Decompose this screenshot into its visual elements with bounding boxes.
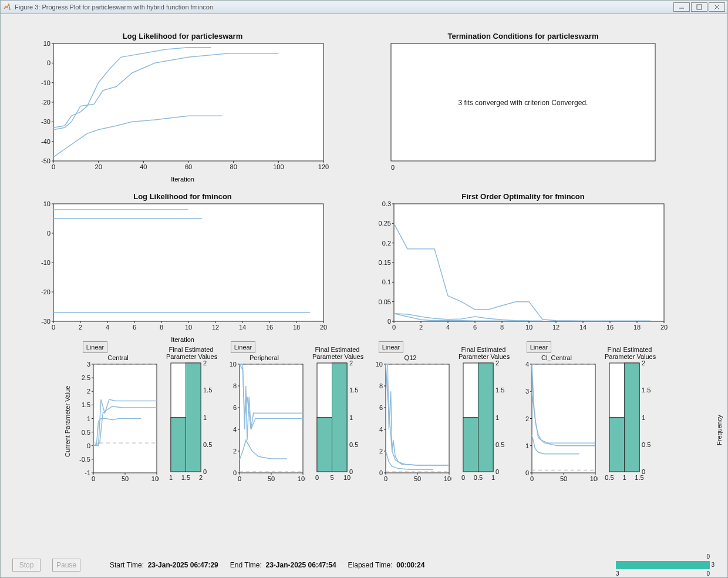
svg-text:-20: -20: [41, 288, 50, 295]
svg-text:1.5: 1.5: [181, 474, 190, 481]
svg-text:-30: -30: [41, 118, 50, 125]
svg-text:0: 0: [461, 474, 465, 481]
stop-button[interactable]: Stop: [12, 559, 41, 572]
svg-text:6: 6: [379, 404, 383, 411]
svg-text:1.5: 1.5: [642, 387, 651, 394]
svg-text:80: 80: [230, 163, 237, 170]
svg-text:0.1: 0.1: [382, 278, 391, 285]
svg-text:0: 0: [233, 469, 237, 476]
panel-central-title: Central: [77, 354, 159, 361]
svg-text:8: 8: [160, 324, 163, 331]
chart-first-order-optimality: 00.050.10.150.20.250.302468101214161820: [365, 201, 682, 336]
svg-text:0.5: 0.5: [605, 474, 614, 481]
svg-text:0: 0: [238, 475, 241, 482]
svg-text:40: 40: [140, 163, 147, 170]
svg-rect-67: [394, 204, 664, 321]
svg-text:18: 18: [293, 324, 300, 331]
titlebar[interactable]: Figure 3: Progress Plot for particleswar…: [0, 0, 728, 14]
elapsed-label: Elapsed Time:: [348, 561, 393, 569]
svg-text:1: 1: [525, 442, 529, 449]
chart-param-cl: 01234050100: [515, 361, 598, 485]
svg-text:12: 12: [212, 324, 219, 331]
svg-text:6: 6: [133, 324, 136, 331]
chart2-title: Termination Conditions for particleswarm: [365, 32, 682, 41]
svg-text:0: 0: [392, 324, 396, 331]
progress-bar: 0 3 3 0: [616, 561, 710, 569]
linear-button-cl[interactable]: Linear: [527, 341, 551, 353]
chart-param-q12: 0246810050100: [369, 361, 451, 485]
svg-rect-4: [53, 43, 323, 161]
svg-text:100: 100: [444, 475, 451, 482]
termination-text: 3 fits converged with criterion Converge…: [459, 99, 588, 107]
svg-text:0: 0: [530, 475, 534, 482]
hist-q12-title: Final Estimated Parameter Values: [459, 346, 508, 360]
svg-rect-206: [463, 418, 478, 472]
svg-text:0: 0: [315, 474, 319, 481]
chart3-title: Log Likelihood for fmincon: [24, 192, 341, 201]
svg-text:0: 0: [379, 469, 383, 476]
svg-rect-34: [53, 204, 323, 321]
chart-param-peripheral: 0246810050100: [223, 361, 305, 485]
svg-text:2: 2: [419, 324, 423, 331]
svg-text:120: 120: [318, 163, 329, 170]
close-button[interactable]: [709, 2, 725, 12]
svg-text:50: 50: [414, 475, 421, 482]
svg-text:4: 4: [446, 324, 450, 331]
svg-text:0: 0: [387, 318, 391, 325]
maximize-button[interactable]: [691, 2, 707, 12]
chart-param-central: -1-0.500.511.522.53050100: [77, 361, 159, 485]
panel-cl-title: Cl_Central: [515, 354, 598, 361]
svg-text:1: 1: [203, 414, 207, 421]
svg-text:2: 2: [79, 324, 82, 331]
svg-text:0: 0: [496, 468, 499, 475]
svg-text:8: 8: [233, 382, 237, 389]
svg-text:2: 2: [203, 360, 207, 367]
svg-rect-143: [186, 363, 201, 472]
hist-central-title: Final Estimated Parameter Values: [166, 346, 216, 360]
pause-button[interactable]: Pause: [52, 559, 80, 572]
svg-text:10: 10: [43, 41, 50, 47]
svg-text:50: 50: [560, 475, 567, 482]
svg-text:4: 4: [106, 324, 109, 331]
chart-hist-peripheral: 00.511.520510: [312, 360, 362, 483]
svg-text:10: 10: [185, 324, 192, 331]
linear-button-peripheral[interactable]: Linear: [231, 341, 255, 353]
svg-text:16: 16: [606, 324, 614, 331]
pb-btm-r: 0: [706, 570, 710, 577]
svg-text:2: 2: [233, 448, 237, 455]
svg-text:1.5: 1.5: [203, 387, 212, 394]
svg-text:60: 60: [185, 163, 192, 170]
svg-text:12: 12: [552, 324, 560, 331]
svg-text:10: 10: [230, 361, 237, 368]
hist-peripheral-title: Final Estimated Parameter Values: [312, 346, 362, 360]
svg-text:1: 1: [491, 474, 495, 481]
svg-text:0: 0: [52, 163, 55, 170]
svg-text:-30: -30: [41, 318, 50, 325]
svg-text:100: 100: [151, 475, 159, 482]
svg-text:50: 50: [122, 475, 129, 482]
linear-button-central[interactable]: Linear: [83, 341, 107, 353]
svg-text:4: 4: [233, 426, 237, 433]
svg-text:-50: -50: [41, 157, 50, 164]
pb-right: 3: [711, 562, 714, 568]
svg-rect-207: [478, 363, 494, 472]
svg-text:1: 1: [169, 474, 173, 481]
svg-text:10: 10: [376, 361, 383, 368]
svg-rect-175: [332, 363, 348, 472]
minimize-button[interactable]: [673, 2, 690, 12]
svg-text:-10: -10: [41, 259, 50, 266]
svg-text:10: 10: [343, 474, 350, 481]
svg-rect-1: [697, 5, 702, 9]
svg-text:0.5: 0.5: [474, 474, 483, 481]
svg-text:1: 1: [622, 474, 626, 481]
svg-text:1.5: 1.5: [496, 387, 504, 394]
svg-text:1: 1: [642, 414, 645, 421]
linear-button-q12[interactable]: Linear: [379, 341, 403, 353]
svg-text:3: 3: [525, 388, 529, 395]
svg-text:0.5: 0.5: [82, 429, 90, 436]
svg-text:0: 0: [525, 469, 529, 476]
ylabel-frequency: Frequency: [716, 351, 724, 498]
svg-text:2: 2: [642, 360, 645, 367]
svg-text:0: 0: [52, 324, 55, 331]
svg-text:2.5: 2.5: [82, 374, 90, 381]
